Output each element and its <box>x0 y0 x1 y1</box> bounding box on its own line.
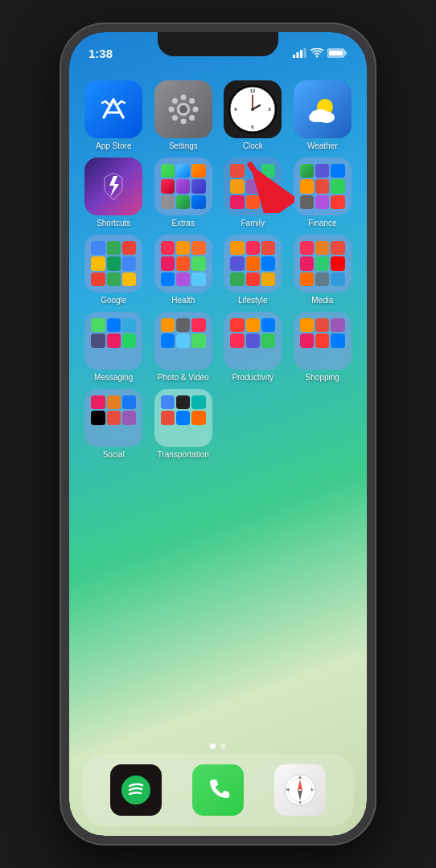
folder-pv-5 <box>176 334 190 347</box>
svg-point-37 <box>309 113 322 122</box>
folder-fin-7 <box>300 195 314 209</box>
settings-logo <box>166 92 201 127</box>
google-icon-wrapper[interactable]: Google <box>82 235 146 305</box>
folder-app-7 <box>161 195 175 209</box>
folder-msg-5 <box>107 334 121 347</box>
folder-fam-5 <box>246 179 260 193</box>
app-row-5: Social Transportation <box>82 389 354 460</box>
dock: N S E W <box>82 754 354 826</box>
folder-fam-6 <box>261 179 275 193</box>
svg-rect-3 <box>304 48 306 58</box>
media-icon-wrapper[interactable]: Media <box>291 235 355 305</box>
media-icon <box>294 235 352 293</box>
svg-point-20 <box>172 98 178 104</box>
power-button[interactable] <box>373 209 375 281</box>
folder-m-7 <box>300 272 314 286</box>
social-icon <box>84 389 142 447</box>
folder-sh-1 <box>300 318 314 332</box>
folder-pv-1 <box>161 318 175 332</box>
folder-h-5 <box>176 256 190 270</box>
photo-video-icon-wrapper[interactable]: Photo & Video <box>152 312 216 383</box>
folder-l-9 <box>261 272 275 286</box>
folder-m-8 <box>315 272 329 286</box>
health-icon <box>154 235 212 293</box>
folder-l-8 <box>246 272 260 286</box>
family-icon-wrapper[interactable]: Family <box>221 158 285 228</box>
folder-h-4 <box>161 256 175 270</box>
finance-icon-wrapper[interactable]: Finance <box>291 158 355 228</box>
page-dots <box>69 743 367 749</box>
folder-tr-3 <box>191 395 205 409</box>
health-label: Health <box>171 296 195 305</box>
extras-label: Extras <box>172 219 195 228</box>
health-icon-wrapper[interactable]: Health <box>152 235 216 305</box>
folder-pr-2 <box>246 318 260 332</box>
shortcuts-icon <box>84 158 142 215</box>
shopping-icon <box>294 312 352 370</box>
folder-sh-5 <box>315 334 329 347</box>
settings-icon-wrapper[interactable]: Settings <box>152 80 216 151</box>
folder-fin-3 <box>331 164 344 178</box>
svg-point-40 <box>121 776 150 805</box>
svg-point-17 <box>180 119 186 125</box>
folder-l-1 <box>230 241 244 255</box>
folder-tr-1 <box>161 395 175 409</box>
shortcuts-icon-wrapper[interactable]: Shortcuts <box>82 158 146 228</box>
lifestyle-icon-wrapper[interactable]: Lifestyle <box>221 235 285 305</box>
phone-screen: 1:38 <box>69 32 367 836</box>
shopping-icon-wrapper[interactable]: Shopping <box>291 312 355 383</box>
folder-app-1 <box>161 164 175 178</box>
productivity-label: Productivity <box>232 373 274 383</box>
folder-l-6 <box>261 256 275 270</box>
folder-msg-6 <box>122 334 136 347</box>
folder-l-7 <box>230 272 244 286</box>
volume-down-button[interactable] <box>61 265 63 317</box>
weather-icon-wrapper[interactable]: Weather <box>291 80 355 151</box>
folder-soc-4 <box>91 411 105 424</box>
folder-g-7 <box>91 272 105 286</box>
google-label: Google <box>101 296 126 305</box>
svg-line-13 <box>121 101 125 103</box>
app-store-logo <box>97 93 130 125</box>
folder-app-8 <box>176 195 190 209</box>
folder-pr-5 <box>246 334 260 347</box>
folder-l-4 <box>230 256 244 270</box>
svg-text:N: N <box>299 776 302 780</box>
page-dot-2 <box>220 743 226 749</box>
shopping-label: Shopping <box>306 373 339 383</box>
transportation-icon-wrapper[interactable]: Transportation <box>152 389 216 460</box>
folder-pr-4 <box>230 334 244 347</box>
status-time: 1:38 <box>88 47 113 60</box>
messaging-label: Messaging <box>94 373 133 383</box>
productivity-icon-wrapper[interactable]: Productivity <box>221 312 285 383</box>
folder-fin-8 <box>315 195 329 209</box>
notch <box>158 32 278 56</box>
folder-app-4 <box>161 179 175 193</box>
app-store-icon-wrapper[interactable]: App Store <box>82 80 146 151</box>
spotify-dock-icon[interactable] <box>110 764 162 816</box>
svg-point-15 <box>179 105 187 113</box>
app-row-4: Messaging Photo & Video <box>82 312 354 383</box>
folder-g-4 <box>91 256 105 270</box>
clock-icon-wrapper[interactable]: 12 3 6 9 Clock <box>221 80 285 151</box>
home-content: App Store <box>69 72 367 755</box>
folder-g-1 <box>91 241 105 255</box>
mute-button[interactable] <box>61 161 63 190</box>
folder-app-9 <box>191 195 205 209</box>
messaging-icon-wrapper[interactable]: Messaging <box>82 312 146 383</box>
signal-icon <box>293 48 306 58</box>
folder-msg-1 <box>91 318 105 332</box>
folder-sh-2 <box>315 318 329 332</box>
svg-point-22 <box>189 98 195 104</box>
folder-fam-4 <box>230 179 244 193</box>
safari-dock-icon[interactable]: N S E W <box>274 764 326 816</box>
social-icon-wrapper[interactable]: Social <box>82 389 146 460</box>
phone-dock-icon[interactable] <box>192 764 244 816</box>
clock-face-svg: 12 3 6 9 <box>228 84 278 134</box>
extras-icon-wrapper[interactable]: Extras <box>152 158 216 228</box>
finance-label: Finance <box>308 219 337 228</box>
folder-fam-9 <box>261 195 275 209</box>
svg-point-21 <box>189 115 195 121</box>
volume-up-button[interactable] <box>61 201 63 252</box>
folder-sh-6 <box>331 334 344 347</box>
